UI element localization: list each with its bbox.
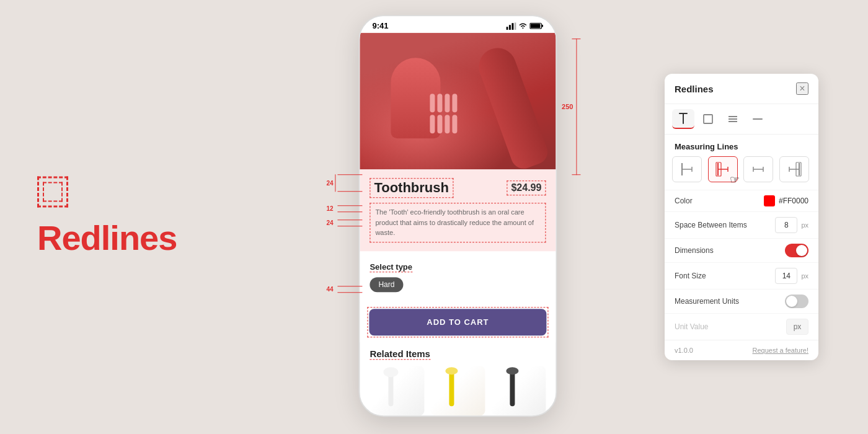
measurement-units-label: Measurement Units — [675, 297, 739, 306]
battery-icon — [529, 22, 543, 29]
space-between-value: px — [775, 217, 808, 233]
signal-icon — [506, 22, 516, 30]
ml-option-3[interactable] — [743, 156, 773, 182]
ml-option-1-icon — [678, 161, 696, 178]
close-button[interactable]: × — [796, 82, 808, 95]
measurement-units-toggle-knob — [786, 296, 797, 307]
add-to-cart-container: ADD TO CART — [360, 302, 556, 342]
related-title: Related Items — [370, 348, 430, 360]
unit-value-row: Unit Value — [665, 313, 818, 340]
status-bar: 9:41 — [360, 16, 556, 33]
cursor-hand-icon: ☞ — [730, 173, 740, 187]
bristle — [437, 94, 442, 112]
measurement-44: 44 — [326, 286, 333, 293]
color-swatch[interactable] — [764, 195, 775, 206]
color-value: #FF0000 — [764, 195, 808, 206]
ml-option-1[interactable] — [672, 156, 702, 182]
ml-option-4[interactable] — [779, 156, 809, 182]
panel-footer: v1.0.0 Request a feature! — [665, 340, 818, 360]
measurement-250-label: 250 — [562, 103, 573, 110]
product-image — [360, 33, 556, 169]
dimensions-value — [785, 244, 808, 257]
svg-rect-15 — [704, 115, 712, 123]
dimensions-toggle[interactable] — [785, 244, 808, 257]
svg-rect-0 — [506, 27, 508, 30]
brand-title: Redlines — [37, 218, 177, 258]
svg-rect-2 — [512, 23, 513, 30]
measurement-24-bottom: 24 — [326, 219, 333, 226]
request-feature-link[interactable]: Request a feature! — [752, 347, 808, 354]
redlines-panel: Redlines × — [665, 74, 818, 360]
related-product-2-icon — [433, 366, 471, 415]
space-between-input[interactable] — [775, 217, 797, 233]
measurement-24-bottom-label: 24 — [326, 219, 333, 226]
font-size-row: Font Size px — [665, 262, 818, 289]
unit-value-value — [786, 319, 808, 335]
ml-option-2[interactable]: ☞ — [708, 156, 738, 182]
bristle — [452, 115, 457, 133]
measurement-units-toggle[interactable] — [785, 294, 808, 308]
related-product-1-icon — [373, 366, 410, 415]
select-section: Select type Hard — [360, 251, 556, 302]
dash-tab-icon — [752, 117, 763, 121]
related-item-1[interactable] — [370, 366, 424, 415]
related-section: Related Items — [360, 342, 556, 415]
svg-point-10 — [445, 367, 458, 374]
color-row: Color #FF0000 — [665, 190, 818, 211]
status-icons — [506, 22, 543, 30]
related-item-3[interactable] — [491, 366, 546, 415]
unit-value-input — [786, 319, 808, 335]
tab-lines[interactable] — [722, 109, 744, 129]
tab-box[interactable] — [697, 109, 719, 129]
measurement-24-top: 24 — [326, 174, 335, 192]
space-between-row: Space Between Items px — [665, 211, 818, 238]
dimensions-row: Dimensions — [665, 238, 818, 262]
lines-tab-icon — [727, 115, 738, 123]
measuring-lines-section-title: Measuring Lines — [665, 135, 818, 156]
ml-option-3-icon — [750, 161, 767, 178]
ml-option-4-icon — [786, 161, 803, 178]
dimensions-label: Dimensions — [675, 246, 714, 255]
svg-point-8 — [383, 367, 398, 377]
bristle — [437, 115, 442, 133]
status-time: 9:41 — [372, 21, 388, 30]
measuring-lines-grid: ☞ — [665, 156, 818, 190]
wifi-icon — [518, 22, 527, 29]
measurement-units-row: Measurement Units — [665, 289, 818, 313]
bristle — [430, 115, 435, 133]
color-hex: #FF0000 — [779, 197, 808, 205]
add-to-cart-button[interactable]: ADD TO CART — [369, 309, 546, 335]
product-section: Toothbrush $24.99 The 'Tooth' eco-friend… — [360, 169, 556, 251]
tab-dash[interactable] — [746, 109, 769, 129]
font-size-label: Font Size — [675, 272, 706, 280]
svg-rect-6 — [530, 24, 540, 28]
product-price: $24.99 — [507, 180, 546, 195]
related-item-2[interactable] — [430, 366, 485, 415]
bristle — [430, 94, 435, 112]
unit-value-label: Unit Value — [675, 322, 708, 331]
svg-rect-3 — [515, 22, 516, 30]
measurement-units-value — [785, 294, 808, 308]
mobile-frame: 9:41 — [358, 15, 557, 417]
measurement-12-label: 12 — [326, 205, 333, 212]
brand-section: Redlines — [37, 177, 177, 258]
tab-measuring-lines[interactable] — [672, 109, 694, 129]
svg-rect-1 — [509, 25, 511, 30]
svg-point-12 — [506, 367, 518, 374]
brand-icon — [37, 177, 68, 208]
measurement-12: 12 — [326, 205, 333, 212]
color-label: Color — [675, 197, 693, 205]
product-name: Toothbrush — [370, 178, 453, 198]
type-hard-button[interactable]: Hard — [370, 277, 403, 292]
type-options: Hard — [370, 277, 546, 292]
panel-header: Redlines × — [665, 74, 818, 104]
ml-option-2-icon — [714, 161, 732, 178]
svg-rect-5 — [542, 25, 543, 27]
space-between-label: Space Between Items — [675, 221, 747, 229]
bristle — [445, 94, 450, 112]
related-product-3-icon — [494, 366, 531, 415]
related-items-list — [370, 366, 546, 415]
font-size-input[interactable] — [775, 268, 797, 284]
measurement-24-top-label: 24 — [326, 180, 333, 187]
add-to-cart-outline: ADD TO CART — [367, 307, 548, 337]
